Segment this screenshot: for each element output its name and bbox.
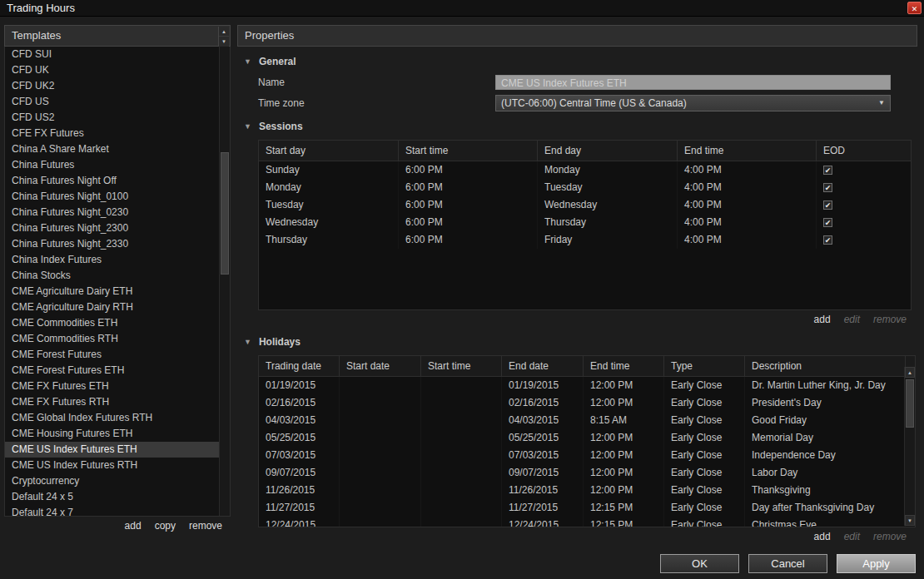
- eod-checkbox[interactable]: ✔: [823, 200, 832, 210]
- holiday-row-cell: [340, 447, 421, 464]
- holiday-row-cell: Early Close: [664, 412, 745, 429]
- holidays-scrollbar-thumb[interactable]: [906, 379, 914, 428]
- session-row-cell: Tuesday: [538, 179, 678, 196]
- holiday-row[interactable]: 12/24/201512/24/201512:15 PMEarly CloseC…: [259, 517, 915, 527]
- add-link[interactable]: add: [125, 520, 142, 532]
- template-list-item[interactable]: Cryptocurrency: [5, 473, 230, 489]
- cancel-button[interactable]: Cancel: [748, 554, 827, 573]
- template-list-item[interactable]: CME FX Futures RTH: [5, 394, 230, 410]
- template-list-item[interactable]: China Futures Night_2330: [5, 236, 230, 252]
- eod-checkbox[interactable]: ✔: [823, 183, 832, 192]
- holiday-row[interactable]: 02/16/201502/16/201512:00 PMEarly CloseP…: [259, 394, 915, 412]
- template-list-item[interactable]: CME Commodities RTH: [5, 331, 230, 347]
- close-button[interactable]: ✕: [907, 2, 922, 14]
- session-row-cell: 4:00 PM: [678, 196, 817, 214]
- column-header: EOD: [817, 141, 912, 161]
- eod-cell: ✔: [817, 179, 912, 196]
- remove-link: remove: [873, 314, 907, 325]
- scroll-up-button[interactable]: ▲: [219, 27, 229, 37]
- template-list-item[interactable]: CME Global Index Futures RTH: [5, 410, 230, 426]
- holiday-row-cell: Early Close: [664, 482, 745, 499]
- apply-button[interactable]: Apply: [837, 554, 916, 573]
- holiday-row[interactable]: 11/27/201511/27/201512:15 PMEarly CloseD…: [259, 499, 915, 517]
- template-list-item[interactable]: Default 24 x 7: [5, 505, 230, 517]
- template-list-item[interactable]: CME Agriculture Dairy RTH: [5, 299, 230, 315]
- session-row-cell: 4:00 PM: [678, 161, 817, 179]
- ok-button[interactable]: OK: [660, 554, 739, 573]
- session-row[interactable]: Tuesday6:00 PMWednesday4:00 PM✔: [259, 196, 911, 214]
- titlebar[interactable]: Trading Hours ✕: [0, 0, 924, 17]
- session-row[interactable]: Wednesday6:00 PMThursday4:00 PM✔: [259, 214, 911, 231]
- holidays-table: Trading dateStart dateStart timeEnd date…: [258, 355, 916, 527]
- template-list-item[interactable]: China Futures Night_0230: [5, 205, 230, 220]
- scroll-down-button[interactable]: ▼: [219, 37, 229, 47]
- copy-link[interactable]: copy: [155, 520, 176, 532]
- template-list-item[interactable]: China Index Futures: [5, 252, 230, 268]
- template-list-item[interactable]: CME US Index Futures RTH: [5, 458, 230, 473]
- column-header: Description: [745, 356, 906, 376]
- template-list-item[interactable]: China Futures Night_0100: [5, 189, 230, 205]
- holiday-row[interactable]: 07/03/201507/03/201512:00 PMEarly CloseI…: [259, 447, 915, 464]
- session-row[interactable]: Monday6:00 PMTuesday4:00 PM✔: [259, 179, 911, 196]
- general-section-header[interactable]: ▼ General: [244, 55, 917, 68]
- holiday-row[interactable]: 09/07/201509/07/201512:00 PMEarly CloseL…: [259, 464, 915, 482]
- template-list-item[interactable]: China Futures Night Off: [5, 173, 230, 189]
- eod-checkbox[interactable]: ✔: [823, 166, 832, 175]
- sessions-section-header[interactable]: ▼ Sessions: [244, 120, 917, 133]
- template-list-item[interactable]: CME FX Futures ETH: [5, 379, 230, 394]
- holiday-row-cell: [340, 394, 421, 412]
- template-list-item[interactable]: CFD SUI: [5, 47, 230, 62]
- templates-scrollbar[interactable]: [219, 47, 230, 516]
- template-list-item[interactable]: China Futures: [5, 157, 230, 173]
- session-row-cell: 6:00 PM: [399, 231, 538, 249]
- holiday-row[interactable]: 01/19/201501/19/201512:00 PMEarly CloseD…: [259, 377, 915, 394]
- remove-link[interactable]: remove: [189, 520, 222, 532]
- name-row: Name CME US Index Futures ETH: [237, 75, 917, 90]
- template-list-item[interactable]: CFE FX Futures: [5, 126, 230, 141]
- holiday-row-cell: Early Close: [664, 377, 745, 394]
- holiday-row[interactable]: 04/03/201504/03/20158:15 AMEarly CloseGo…: [259, 412, 915, 429]
- template-list-item[interactable]: CFD US2: [5, 110, 230, 126]
- scroll-down-button[interactable]: ▼: [905, 515, 915, 526]
- dropdown-arrow-icon: ▼: [878, 96, 885, 111]
- session-row[interactable]: Sunday6:00 PMMonday4:00 PM✔: [259, 161, 911, 179]
- timezone-select[interactable]: (UTC-06:00) Central Time (US & Canada) ▼: [495, 95, 891, 111]
- column-header: Start time: [399, 141, 538, 161]
- session-row[interactable]: Thursday6:00 PMFriday4:00 PM✔: [259, 231, 911, 249]
- column-header: End time: [678, 141, 817, 161]
- template-list-item[interactable]: CME Agriculture Dairy ETH: [5, 284, 230, 299]
- template-list-item[interactable]: CME Forest Futures ETH: [5, 363, 230, 379]
- holiday-row-cell: 12:00 PM: [584, 377, 664, 394]
- holiday-row-cell: [421, 429, 502, 447]
- template-list-item[interactable]: China A Share Market: [5, 141, 230, 157]
- holiday-row-cell: [421, 447, 502, 464]
- holiday-row-cell: [340, 517, 421, 527]
- eod-checkbox[interactable]: ✔: [823, 218, 832, 227]
- template-list-item[interactable]: CME Commodities ETH: [5, 315, 230, 331]
- holiday-row[interactable]: 11/26/201511/26/201512:00 PMEarly CloseT…: [259, 482, 915, 499]
- templates-scrollbar-thumb[interactable]: [221, 152, 229, 275]
- column-header: End day: [538, 141, 678, 161]
- holidays-section-header[interactable]: ▼ Holidays: [244, 335, 917, 349]
- template-list-item[interactable]: CFD US: [5, 94, 230, 110]
- template-list-item[interactable]: CFD UK: [5, 62, 230, 78]
- holidays-scrollbar[interactable]: ▲ ▼: [904, 367, 915, 526]
- template-list-item[interactable]: CME US Index Futures ETH: [5, 442, 230, 458]
- scroll-up-button[interactable]: ▲: [905, 367, 915, 378]
- template-list-item[interactable]: China Stocks: [5, 268, 230, 284]
- holiday-row[interactable]: 05/25/201505/25/201512:00 PMEarly CloseM…: [259, 429, 915, 447]
- session-row-cell: Wednesday: [259, 214, 399, 231]
- template-list-item[interactable]: CME Housing Futures ETH: [5, 426, 230, 442]
- template-list-item[interactable]: CFD UK2: [5, 78, 230, 94]
- holiday-row-cell: [421, 517, 502, 527]
- add-link[interactable]: add: [814, 531, 831, 542]
- template-list-item[interactable]: China Futures Night_2300: [5, 220, 230, 236]
- add-link[interactable]: add: [814, 314, 831, 325]
- template-list-item[interactable]: CME Forest Futures: [5, 347, 230, 363]
- holiday-row-cell: 12:00 PM: [584, 482, 664, 499]
- column-header: End date: [502, 356, 584, 376]
- holiday-row-cell: 09/07/2015: [502, 464, 584, 482]
- template-list-item[interactable]: Default 24 x 5: [5, 489, 230, 505]
- eod-checkbox[interactable]: ✔: [823, 235, 832, 245]
- holiday-row-cell: Early Close: [664, 394, 745, 412]
